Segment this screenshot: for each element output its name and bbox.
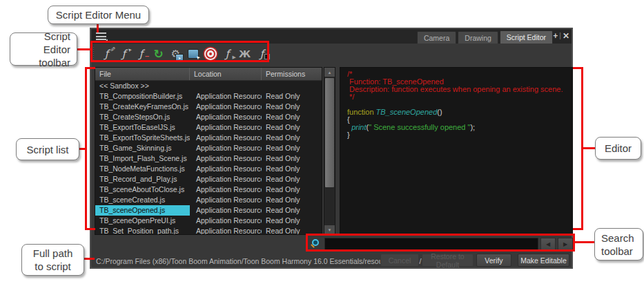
file-cell: TB_ExportToEaselJS.js	[95, 122, 190, 133]
file-cell: TB_Record_and_Play.js	[95, 174, 190, 184]
file-row[interactable]: TB_ExportToSpriteSheets.jsApplication Re…	[95, 133, 322, 143]
location-cell: Application Resources	[190, 112, 262, 122]
file-rows: << Sandbox >>TB_CompositionBuilder.jsApp…	[95, 81, 322, 235]
callout-script-editor-toolbar: Script Editortoolbar	[10, 32, 77, 66]
code-line: function TB_sceneOpened()	[347, 108, 572, 116]
callout-script-editor-menu: Script Editor Menu	[48, 6, 149, 24]
file-cell: TB_sceneOpenPreUI.js	[95, 216, 190, 226]
file-cell: TB_NodeMetaFunctions.js	[95, 164, 190, 174]
file-cell: TB_sceneAboutToClose.js	[95, 184, 190, 195]
location-cell: Application Resources	[190, 195, 262, 205]
scrollbar-thumb[interactable]	[325, 78, 334, 187]
file-row[interactable]: TB_sceneCreated.jsApplication ResourcesR…	[95, 195, 322, 205]
permissions-cell: Read Only	[262, 153, 322, 164]
verify-button[interactable]: Verify	[476, 254, 511, 267]
permissions-cell: Read Only	[262, 216, 322, 226]
location-cell: Application Resources	[190, 205, 262, 216]
code-line: }	[347, 131, 572, 139]
script-list: File Location Permissions << Sandbox >>T…	[95, 67, 322, 235]
add-view-icon[interactable]: +	[553, 32, 558, 40]
column-header-file[interactable]: File	[95, 68, 190, 80]
tab-script-editor[interactable]: Script Editor	[500, 30, 553, 44]
documentation-figure: CameraDrawingScript Editor + | ✕ File Lo…	[0, 0, 644, 284]
annotation-line-search	[574, 241, 594, 243]
file-row[interactable]: TB_sceneAboutToClose.jsApplication Resou…	[95, 184, 322, 195]
file-cell: TB_sceneOpened.js	[95, 205, 190, 216]
permissions-cell: Read Only	[262, 133, 322, 143]
code-line: */	[347, 93, 572, 101]
restore-to-default-button: Restore to Default	[422, 254, 474, 267]
file-row[interactable]: TB_Record_and_Play.jsApplication Resourc…	[95, 174, 322, 184]
location-cell	[190, 81, 262, 91]
file-row[interactable]: TB_sceneOpened.jsApplication ResourcesRe…	[95, 205, 322, 216]
location-cell: Application Resources	[190, 133, 262, 143]
file-row[interactable]: TB_Game_Skinning.jsApplication Resources…	[95, 143, 322, 153]
column-header-permissions[interactable]: Permissions	[262, 68, 322, 80]
file-row[interactable]: TB_sceneOpenPreUI.jsApplication Resource…	[95, 216, 322, 226]
permissions-cell: Read Only	[262, 205, 322, 216]
annotation-line-menu	[97, 23, 99, 32]
close-view-icon[interactable]: ✕	[563, 32, 569, 40]
code-line: Description: function executes when open…	[347, 86, 572, 93]
location-cell: Application Resources	[190, 91, 262, 102]
file-row[interactable]: TB_CompositionBuilder.jsApplication Reso…	[95, 91, 322, 102]
annotation-tick-editor-bottom	[573, 228, 583, 230]
location-cell: Application Resources	[190, 143, 262, 153]
location-cell: Application Resources	[190, 164, 262, 174]
scroll-up-icon[interactable]: ▲	[324, 68, 335, 77]
permissions-cell: Read Only	[262, 102, 322, 112]
permissions-cell: Read Only	[262, 164, 322, 174]
cancel-button: Cancel	[380, 254, 419, 267]
tab-divider: |	[559, 32, 561, 40]
permissions-cell: Read Only	[262, 184, 322, 195]
annotation-bracket-script-list	[85, 67, 87, 230]
file-row[interactable]: TB_Import_Flash_Scene.jsApplication Reso…	[95, 153, 322, 164]
code-line: print(" Scene successfully opened ");	[347, 124, 572, 131]
file-cell: TB_CreateKeyFramesOn.js	[95, 102, 190, 112]
annotation-tick-editor-top	[573, 67, 583, 69]
tab-strip: CameraDrawingScript Editor	[417, 30, 553, 44]
file-row[interactable]: TB_CreateStepsOn.jsApplication Resources…	[95, 112, 322, 122]
location-cell: Application Resources	[190, 153, 262, 164]
file-row[interactable]: TB_ExportToEaselJS.jsApplication Resourc…	[95, 122, 322, 133]
file-cell: TB_CreateStepsOn.js	[95, 112, 190, 122]
file-row[interactable]: << Sandbox >>	[95, 81, 322, 91]
make-editable-button[interactable]: Make Editable	[518, 254, 569, 267]
permissions-cell: Read Only	[262, 91, 322, 102]
annotation-line-toolbar	[77, 48, 91, 50]
script-editor-panel: CameraDrawingScript Editor + | ✕ File Lo…	[90, 28, 573, 269]
file-cell: TB_Game_Skinning.js	[95, 143, 190, 153]
script-list-scrollbar[interactable]: ▲ ▼	[324, 67, 335, 235]
annotation-tick-script-list-top	[85, 67, 95, 69]
tab-camera[interactable]: Camera	[417, 31, 456, 44]
script-list-header: File Location Permissions	[95, 68, 322, 81]
file-row[interactable]: TB_NodeMetaFunctions.jsApplication Resou…	[95, 164, 322, 174]
annotation-rect-toolbar	[90, 41, 269, 62]
file-cell: TB_Set_Position_path.js	[95, 226, 190, 235]
file-cell: << Sandbox >>	[95, 81, 190, 91]
annotation-rect-search	[306, 234, 575, 252]
location-cell: Application Resources	[190, 216, 262, 226]
location-cell: Application Resources	[190, 102, 262, 112]
annotation-line-full-path	[83, 258, 95, 260]
permissions-cell: Read Only	[262, 112, 322, 122]
permissions-cell: Read Only	[262, 174, 322, 184]
file-row[interactable]: TB_Set_Position_path.jsApplication Resou…	[95, 226, 322, 235]
code-editor[interactable]: /* Function: TB_sceneOpened Description:…	[340, 67, 573, 235]
annotation-line-editor	[583, 147, 595, 149]
file-cell: TB_ExportToSpriteSheets.js	[95, 133, 190, 143]
tab-drawing[interactable]: Drawing	[458, 31, 498, 44]
location-cell: Application Resources	[190, 122, 262, 133]
file-row[interactable]: TB_CreateKeyFramesOn.jsApplication Resou…	[95, 102, 322, 112]
panel-menu-icon[interactable]	[96, 32, 106, 40]
file-cell: TB_Import_Flash_Scene.js	[95, 153, 190, 164]
permissions-cell	[262, 81, 322, 91]
location-cell: Application Resources	[190, 174, 262, 184]
callout-editor: Editor	[595, 137, 641, 160]
location-cell: Application Resources	[190, 184, 262, 195]
tab-actions: + | ✕	[553, 32, 569, 40]
file-cell: TB_CompositionBuilder.js	[95, 91, 190, 102]
callout-full-path: Full pathto script	[21, 244, 84, 276]
column-header-location[interactable]: Location	[190, 68, 262, 80]
annotation-tick-script-list-bottom	[85, 228, 95, 230]
